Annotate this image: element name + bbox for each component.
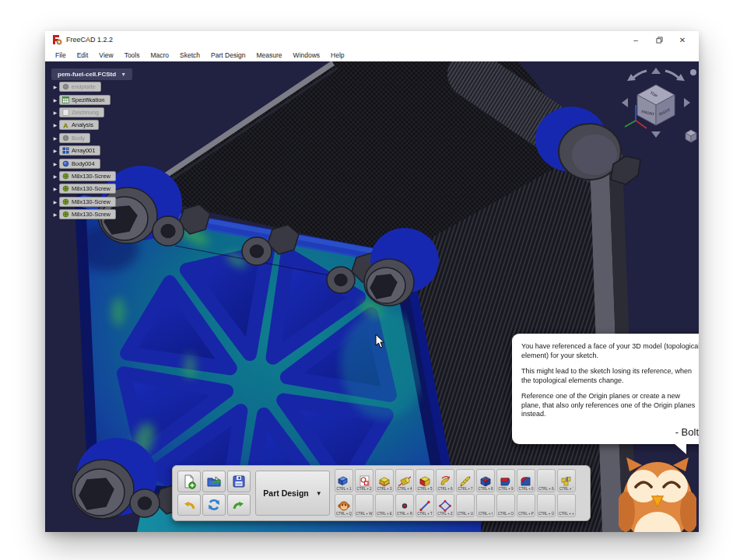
bubble-paragraph-3: Reference one of the Origin planes or cr… [521, 392, 699, 419]
chevron-right-icon[interactable]: ▶ [51, 186, 59, 191]
tree-row-endplatte: ▶ endplatte [51, 81, 132, 93]
tree-row-analysis: ▶ A Analysis [51, 119, 132, 131]
tree-item-array001[interactable]: Array001 [59, 145, 100, 156]
menu-file[interactable]: File [50, 50, 72, 61]
menu-windows[interactable]: Windows [288, 50, 325, 61]
tool-datum-plane[interactable]: CTRL + Z [436, 494, 454, 517]
nav-arrow-up[interactable] [651, 68, 661, 74]
tool-monkey[interactable]: CTRL + Q [335, 494, 353, 517]
array-icon [62, 147, 69, 154]
close-button[interactable]: ✕ [671, 32, 694, 47]
tool-datum-line[interactable]: CTRL + T [416, 494, 434, 517]
chevron-right-icon[interactable]: ▶ [51, 173, 59, 179]
tree-item-spezifikation[interactable]: Spezifikation [59, 95, 110, 105]
chevron-right-icon[interactable]: ▶ [51, 122, 59, 128]
tool-additive-box[interactable]: CTRL + 5 [416, 469, 434, 492]
maximize-button[interactable] [647, 32, 671, 47]
floating-toolbar: Part Design ▼ CTRL + 1 CTRL + 2 CTRL + 3 [172, 465, 591, 521]
tree-item-m8x130-screw[interactable]: M8x130-Screw [59, 184, 116, 194]
restore-icon [656, 37, 663, 44]
document-chip[interactable]: pem-fuel-cell.FCStd ▼ [51, 68, 132, 80]
minimize-button[interactable]: – [624, 32, 647, 47]
tool-empty[interactable]: CTRL + O [496, 494, 515, 517]
tool-pocket[interactable]: CTRL + 8 [476, 469, 495, 492]
body-icon [62, 160, 69, 167]
tree-item-endplatte[interactable]: endplatte [59, 82, 101, 92]
titlebar: FreeCAD 1.2.2 – ✕ [45, 31, 699, 48]
tree-item-zeichnung[interactable]: Zeichnung [59, 107, 104, 117]
additive-helix-icon [459, 475, 472, 487]
tool-groove[interactable]: CTRL + 9 [496, 469, 515, 492]
bubble-signature: - Bolt [521, 426, 699, 438]
nav-mini-cube[interactable] [686, 130, 696, 142]
tool-empty[interactable]: CTRL + Ü [537, 494, 556, 517]
tool-additive-revolution[interactable]: CTRL + 4 [395, 469, 414, 492]
pad-icon [338, 475, 350, 487]
tree-row-spezifikation: ▶ Spezifikation [51, 94, 132, 106]
menu-part-design[interactable]: Part Design [205, 50, 251, 61]
chevron-right-icon[interactable]: ▶ [51, 161, 59, 166]
create-sketch-icon [358, 475, 370, 487]
menu-help[interactable]: Help [325, 50, 349, 61]
redo-icon [231, 497, 247, 513]
tool-datum-point[interactable]: CTRL + R [395, 494, 414, 517]
additive-pad-icon [378, 475, 391, 487]
chevron-right-icon[interactable]: ▶ [51, 212, 59, 217]
chevron-right-icon[interactable]: ▶ [51, 84, 59, 89]
freecad-logo-icon [51, 34, 62, 45]
menu-tools[interactable]: Tools [119, 50, 146, 61]
tool-empty[interactable]: CTRL + + [557, 494, 576, 517]
menubar: File Edit View Tools Macro Sketch Part D… [45, 48, 699, 61]
open-file-button[interactable] [202, 471, 226, 492]
new-file-button[interactable] [177, 471, 201, 492]
tree-item-body[interactable]: Body [59, 133, 90, 143]
owl-mascot [619, 454, 696, 532]
menu-edit[interactable]: Edit [72, 50, 94, 61]
menu-macro[interactable]: Macro [145, 50, 174, 61]
tool-boolean[interactable]: CTRL + ´ [557, 469, 576, 492]
tree-item-m8x130-screw[interactable]: M8x130-Screw [59, 197, 116, 207]
chevron-right-icon[interactable]: ▶ [51, 110, 59, 115]
tool-additive-helix[interactable]: CTRL + 7 [456, 469, 475, 492]
tool-create-sketch[interactable]: CTRL + 2 [355, 469, 374, 492]
tool-pad[interactable]: CTRL + 1 [335, 469, 353, 492]
menu-measure[interactable]: Measure [251, 50, 288, 61]
redo-button[interactable] [227, 494, 251, 516]
tool-empty[interactable]: CTRL + P [517, 494, 535, 517]
tree-item-m8x130-screw[interactable]: M8x130-Screw [59, 209, 116, 219]
nav-rotate-ccw-icon[interactable] [633, 71, 647, 79]
nav-arrow-down[interactable] [651, 131, 661, 138]
workbench-selector[interactable]: Part Design ▼ [255, 471, 330, 516]
menu-sketch[interactable]: Sketch [174, 50, 205, 61]
mouse-cursor [375, 334, 386, 349]
tool-empty[interactable]: CTRL + ß [537, 469, 556, 492]
tool-empty[interactable]: CTRL + I [476, 494, 495, 517]
tree-item-analysis[interactable]: A Analysis [59, 120, 99, 130]
nav-dot[interactable] [690, 69, 696, 75]
tree-row-body004: ▶ Body004 [51, 157, 132, 169]
save-button[interactable] [227, 471, 251, 492]
undo-button[interactable] [177, 494, 201, 516]
nav-arrow-left[interactable] [622, 98, 628, 107]
chevron-right-icon[interactable]: ▶ [51, 135, 59, 141]
tool-empty[interactable]: CTRL + W [355, 494, 374, 517]
navigation-cube[interactable]: TOP FRONT RIGHT [615, 66, 699, 145]
chevron-down-icon: ▼ [121, 72, 126, 77]
tree-item-m8x130-screw[interactable]: M8x130-Screw [59, 171, 116, 181]
nav-arrow-right[interactable] [684, 98, 690, 107]
bubble-paragraph-2: This might lead to the sketch losing its… [521, 367, 699, 385]
tool-fillet[interactable]: CTRL + 0 [517, 469, 535, 492]
chevron-right-icon[interactable]: ▶ [51, 148, 59, 153]
tool-empty[interactable]: CTRL + U [456, 494, 475, 517]
nav-cube-body[interactable] [637, 85, 675, 125]
3d-viewport[interactable]: pem-fuel-cell.FCStd ▼ ▶ endplatte ▶ Spez… [45, 61, 699, 532]
chevron-right-icon[interactable]: ▶ [51, 97, 59, 103]
refresh-button[interactable] [202, 494, 226, 516]
tree-item-body004[interactable]: Body004 [59, 159, 100, 169]
nav-rotate-cw-icon[interactable] [665, 71, 679, 79]
tool-additive-pad[interactable]: CTRL + 3 [375, 469, 394, 492]
tool-revolve[interactable]: CTRL + 6 [436, 469, 454, 492]
tool-empty[interactable]: CTRL + E [375, 494, 394, 517]
chevron-right-icon[interactable]: ▶ [51, 199, 59, 205]
menu-view[interactable]: View [93, 50, 118, 61]
